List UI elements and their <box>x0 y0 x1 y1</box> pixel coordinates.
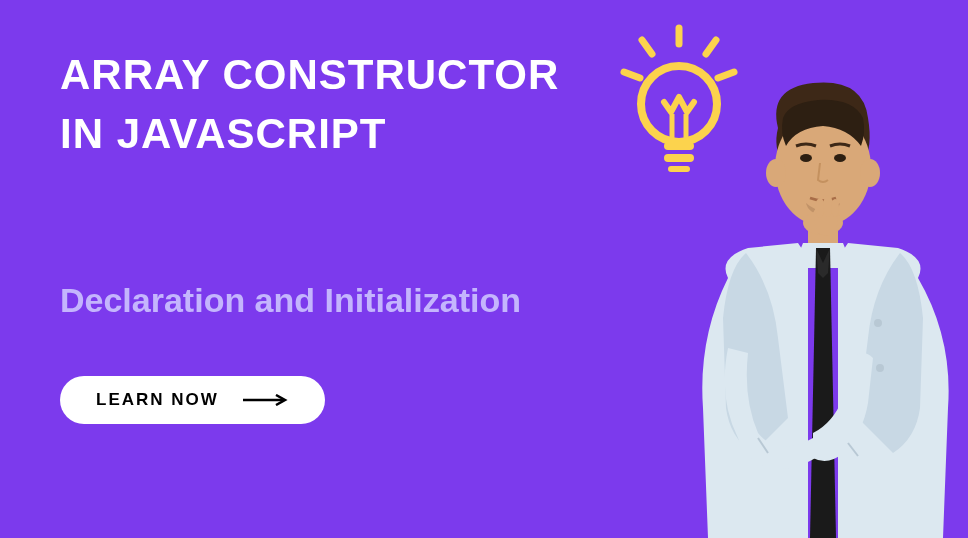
person-thinking-image <box>668 58 968 538</box>
cta-label: LEARN NOW <box>96 390 219 410</box>
arrow-right-icon <box>243 394 289 406</box>
learn-now-button[interactable]: LEARN NOW <box>60 376 325 424</box>
svg-point-13 <box>766 159 786 187</box>
svg-point-16 <box>834 154 846 162</box>
svg-point-15 <box>800 154 812 162</box>
svg-point-23 <box>876 364 884 372</box>
svg-point-21 <box>831 199 839 217</box>
svg-point-14 <box>860 159 880 187</box>
svg-point-22 <box>874 319 882 327</box>
